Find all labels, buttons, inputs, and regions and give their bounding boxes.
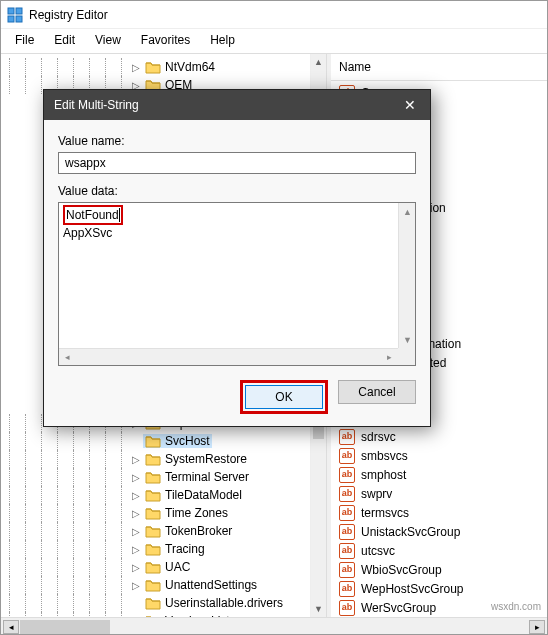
tree-item-label: UnattendSettings [165,578,257,592]
value-item-label: termsvcs [361,506,409,520]
dialog-titlebar[interactable]: Edit Multi-String ✕ [44,90,430,120]
ta-scroll-right-icon[interactable]: ▸ [381,349,398,366]
value-item-label: UnistackSvcGroup [361,525,460,539]
svg-rect-2 [8,16,14,22]
value-name-input[interactable] [58,152,416,174]
source-watermark: wsxdn.com [491,601,541,612]
menu-file[interactable]: File [7,31,42,49]
tree-item-label: NtVdm64 [165,60,215,74]
tree-item-label: TokenBroker [165,524,232,538]
value-item-label: smbsvcs [361,449,408,463]
value-item-label: WerSvcGroup [361,601,436,615]
ok-button[interactable]: OK [245,385,323,409]
tree-item-label: Time Zones [165,506,228,520]
value-item[interactable]: absmbsvcs [331,446,547,465]
reg-string-icon: ab [339,562,355,578]
expander-icon[interactable]: ▷ [129,544,143,555]
svg-rect-1 [16,8,22,14]
highlighted-line: NotFound [63,205,123,225]
values-header-name[interactable]: Name [331,54,547,81]
menu-favorites[interactable]: Favorites [133,31,198,49]
ok-highlight: OK [240,380,328,414]
window-titlebar: Registry Editor [1,1,547,29]
ta-scroll-left-icon[interactable]: ◂ [59,349,76,366]
scroll-left-icon[interactable]: ◂ [3,620,19,634]
ta-scroll-down-icon[interactable]: ▼ [399,331,416,348]
expander-icon[interactable]: ▷ [129,454,143,465]
tree-item[interactable]: ▷Time Zones [1,504,326,522]
tree-item-label: Userinstallable.drivers [165,596,283,610]
scroll-down-icon[interactable]: ▼ [311,601,326,617]
tree-item[interactable]: ▷Terminal Server [1,468,326,486]
app-icon [7,7,23,23]
textarea-vscrollbar[interactable]: ▲ ▼ [398,203,415,348]
tree-item[interactable]: VersionsList [1,612,326,617]
menubar: File Edit View Favorites Help [1,29,547,54]
tree-item-label: SystemRestore [165,452,247,466]
expander-icon[interactable]: ▷ [129,62,143,73]
value-item[interactable]: abutcsvc [331,541,547,560]
scroll-up-icon[interactable]: ▲ [311,54,326,70]
menu-view[interactable]: View [87,31,129,49]
tree-item-label: Tracing [165,542,205,556]
ta-scroll-up-icon[interactable]: ▲ [399,203,416,220]
expander-icon[interactable]: ▷ [129,508,143,519]
reg-string-icon: ab [339,467,355,483]
tree-item[interactable]: ▷NtVdm64 [1,58,326,76]
value-item-label: swprv [361,487,392,501]
tree-item[interactable]: ▷UnattendSettings [1,576,326,594]
horizontal-scrollbar[interactable]: ◂ ▸ [1,617,547,635]
reg-string-icon: ab [339,486,355,502]
reg-string-icon: ab [339,448,355,464]
value-name-label: Value name: [58,134,416,148]
value-item-label: WbioSvcGroup [361,563,442,577]
value-item-label: WepHostSvcGroup [361,582,464,596]
value-item[interactable]: abswprv [331,484,547,503]
tree-item[interactable]: Userinstallable.drivers [1,594,326,612]
tree-item-label: VersionsList [165,614,230,617]
value-data-textarea[interactable]: NotFound AppXSvc APPUALS ▲ ▼ ◂ ▸ [58,202,416,366]
textarea-hscrollbar[interactable]: ◂ ▸ [59,348,398,365]
reg-string-icon: ab [339,429,355,445]
edit-multistring-dialog: Edit Multi-String ✕ Value name: Value da… [43,89,431,427]
tree-item[interactable]: ▷UAC [1,558,326,576]
svg-rect-0 [8,8,14,14]
reg-string-icon: ab [339,524,355,540]
reg-string-icon: ab [339,505,355,521]
hscroll-thumb[interactable] [20,620,110,634]
menu-edit[interactable]: Edit [46,31,83,49]
scroll-right-icon[interactable]: ▸ [529,620,545,634]
tree-item[interactable]: ▷TileDataModel [1,486,326,504]
value-item[interactable]: abtermsvcs [331,503,547,522]
expander-icon[interactable]: ▷ [129,580,143,591]
tree-item[interactable]: SvcHost [1,432,326,450]
tree-item-label: Terminal Server [165,470,249,484]
value-item-label: utcsvc [361,544,395,558]
tree-item[interactable]: ▷SystemRestore [1,450,326,468]
tree-item-label: UAC [165,560,190,574]
expander-icon[interactable]: ▷ [129,526,143,537]
window-title: Registry Editor [29,8,541,22]
tree-item[interactable]: ▷TokenBroker [1,522,326,540]
value-item[interactable]: abWbioSvcGroup [331,560,547,579]
expander-icon[interactable]: ▷ [129,472,143,483]
value-item-label: sdrsvc [361,430,396,444]
expander-icon[interactable]: ▷ [129,490,143,501]
value-data-label: Value data: [58,184,416,198]
value-item[interactable]: absmphost [331,465,547,484]
close-icon[interactable]: ✕ [390,90,430,120]
value-item-label: smphost [361,468,406,482]
menu-help[interactable]: Help [202,31,243,49]
dialog-title: Edit Multi-String [54,98,139,112]
tree-item-label: TileDataModel [165,488,242,502]
expander-icon[interactable]: ▷ [129,562,143,573]
value-item[interactable]: abUnistackSvcGroup [331,522,547,541]
reg-string-icon: ab [339,581,355,597]
svg-rect-3 [16,16,22,22]
value-item[interactable]: absdrsvc [331,427,547,446]
reg-string-icon: ab [339,543,355,559]
tree-item-label: SvcHost [165,434,210,448]
tree-item[interactable]: ▷Tracing [1,540,326,558]
value-item[interactable]: abWepHostSvcGroup [331,579,547,598]
cancel-button[interactable]: Cancel [338,380,416,404]
